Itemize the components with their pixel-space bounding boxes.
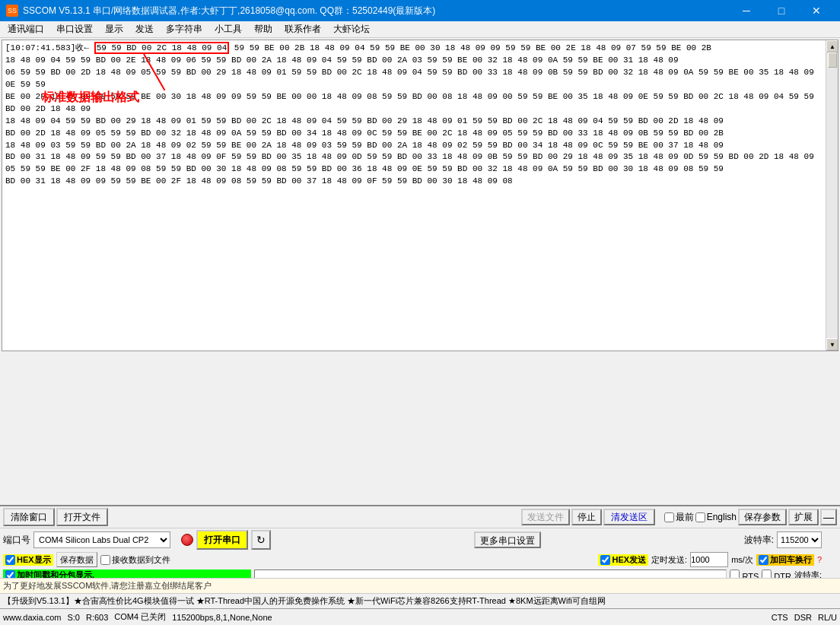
app-title: SSCOM V5.13.1 串口/网络数据调试器,作者:大虾丁丁,2618058… (23, 5, 729, 17)
baud-info: 115200bps,8,1,None,None (172, 613, 272, 622)
baud-rate-select[interactable]: 115200 (777, 531, 822, 548)
menu-tools[interactable]: 小工具 (208, 21, 248, 37)
top-button-row: 清除窗口 打开文件 发送文件 停止 清发送区 最前 English 保存参数 扩… (0, 506, 840, 528)
marquee-bar: 【升级到V5.13.1】★合宙高性价比4G模块值得一试 ★RT-Thread中国… (0, 593, 840, 608)
carry-return-checkbox[interactable]: 加回车换行 (756, 554, 814, 566)
hex-data-9: 05 59 59 BE 00 2F 18 48 09 08 59 59 BD 0… (5, 164, 724, 173)
maximize-button[interactable]: □ (764, 0, 799, 21)
close-button[interactable]: ✕ (799, 0, 834, 21)
hex-data-4: BE 00 2F 18 48 09 08 59 59 BE 00 30 18 4… (5, 92, 814, 113)
menu-comm-port[interactable]: 通讯端口 (2, 21, 50, 37)
send-count: S:0 (67, 613, 80, 622)
website-label: www.daxia.com (3, 613, 61, 622)
hex-data-7: 18 48 09 03 59 59 BD 00 2A 18 48 09 02 5… (5, 141, 724, 150)
ad-bar: 为了更好地发展SSCOM软件,请您注册嘉立创绑结尾客户 (0, 578, 840, 593)
carry-return-check[interactable] (759, 555, 768, 565)
menu-display[interactable]: 显示 (99, 21, 129, 37)
scroll-down-button[interactable]: ▼ (826, 338, 838, 351)
timed-send-input[interactable] (690, 552, 728, 567)
clear-window-button[interactable]: 清除窗口 (3, 508, 55, 526)
minimize-button[interactable]: ─ (729, 0, 764, 21)
vertical-scrollbar[interactable]: ▲ ▼ (826, 40, 838, 351)
recv-file-check[interactable] (100, 555, 110, 565)
most-recent-checkbox[interactable]: 最前 (664, 511, 694, 524)
menu-serial-settings[interactable]: 串口设置 (50, 21, 99, 37)
rl-label: RL/U (818, 613, 837, 622)
menu-multistring[interactable]: 多字符串 (160, 21, 208, 37)
hex-data-6: BD 00 2D 18 48 09 05 59 59 BD 00 32 18 4… (5, 128, 724, 138)
status-bar: www.daxia.com S:0 R:603 COM4 已关闭 115200b… (0, 608, 840, 625)
recv-count: R:603 (86, 613, 108, 622)
menu-contact[interactable]: 联系作者 (278, 21, 327, 37)
recv-to-file-checkbox[interactable]: 接收数据到文件 (100, 554, 170, 566)
scroll-up-button[interactable]: ▲ (826, 40, 838, 52)
hex-display-checkbox[interactable]: HEX显示 (3, 554, 53, 566)
hex-send-check[interactable] (600, 555, 610, 565)
hex-display-check[interactable] (5, 555, 15, 565)
menu-help[interactable]: 帮助 (248, 21, 278, 37)
marquee-text: 【升级到V5.13.1】★合宙高性价比4G模块值得一试 ★RT-Thread中国… (3, 595, 606, 607)
window-controls: ─ □ ✕ (729, 0, 834, 21)
menu-bar: 通讯端口 串口设置 显示 发送 多字符串 小工具 帮助 联系作者 大虾论坛 (0, 21, 840, 38)
minus-button[interactable]: — (820, 509, 837, 525)
title-bar: SS SSCOM V5.13.1 串口/网络数据调试器,作者:大虾丁丁,2618… (0, 0, 840, 21)
port-config-row: 端口号 COM4 Silicon Labs Dual CP2 打开串口 ↻ 更多… (0, 528, 840, 551)
refresh-port-button[interactable]: ↻ (251, 530, 271, 550)
hex-options-row: HEX显示 保存数据 接收数据到文件 HEX发送 定时发送: ms/次 加回车换… (0, 551, 840, 568)
save-data-button[interactable]: 保存数据 (56, 552, 97, 567)
menu-send[interactable]: 发送 (129, 21, 160, 37)
baud-rate-label: 波特率: (744, 534, 774, 547)
highlighted-bytes: 59 59 BD 00 2C 18 48 09 04 (94, 42, 230, 54)
ad-text: 为了更好地发展SSCOM软件,请您注册嘉立创绑结尾客户 (3, 580, 212, 592)
hex-data-5: 18 48 09 04 59 59 BD 00 29 18 48 09 01 5… (5, 116, 724, 125)
question-mark: ? (817, 555, 822, 564)
hex-data-1: 59 59 BE 00 2B 18 48 09 04 59 59 BE 00 3… (229, 43, 711, 52)
app-icon: SS (6, 5, 18, 17)
most-recent-check[interactable] (664, 512, 674, 522)
english-checkbox[interactable]: English (695, 512, 737, 522)
port-select[interactable]: COM4 Silicon Labs Dual CP2 (33, 531, 170, 548)
stop-button[interactable]: 停止 (571, 509, 602, 525)
hex-data-3: 06 59 59 BD 00 2D 18 48 09 05 59 59 BD 0… (5, 68, 814, 89)
send-file-button[interactable]: 发送文件 (521, 509, 570, 525)
hex-data-2: 18 48 09 04 59 59 BD 00 2E 18 48 09 06 5… (5, 56, 679, 65)
hex-send-checkbox[interactable]: HEX发送 (598, 554, 648, 566)
port-status: COM4 已关闭 (114, 611, 166, 623)
scroll-thumb[interactable] (828, 52, 837, 68)
dsr-label: DSR (794, 613, 812, 622)
hex-data-10: BD 00 31 18 48 09 09 59 59 BE 00 2F 18 4… (5, 176, 513, 186)
expand-button[interactable]: 扩展 (788, 509, 819, 525)
port-label: 端口号 (3, 534, 30, 547)
menu-forum[interactable]: 大虾论坛 (327, 21, 376, 37)
open-file-button[interactable]: 打开文件 (56, 508, 108, 526)
open-port-button[interactable]: 打开串口 (196, 530, 248, 550)
english-check[interactable] (695, 512, 705, 522)
timed-send-unit: ms/次 (731, 554, 753, 566)
timestamp-label: [10:07:41.583]收← (5, 43, 94, 52)
timed-send-label: 定时发送: (651, 554, 687, 566)
save-params-button[interactable]: 保存参数 (738, 509, 787, 525)
cts-label: CTS (772, 613, 788, 622)
scroll-track[interactable] (826, 52, 838, 338)
port-indicator (181, 534, 193, 546)
hex-output: [10:07:41.583]收← 59 59 BD 00 2C 18 48 09… (2, 40, 838, 351)
output-area: [10:07:41.583]收← 59 59 BD 00 2C 18 48 09… (2, 40, 838, 351)
more-settings-button[interactable]: 更多串口设置 (474, 531, 541, 548)
hex-data-8: BD 00 31 18 48 09 59 59 BD 00 37 18 48 0… (5, 152, 814, 161)
clear-send-button[interactable]: 清发送区 (603, 509, 655, 525)
